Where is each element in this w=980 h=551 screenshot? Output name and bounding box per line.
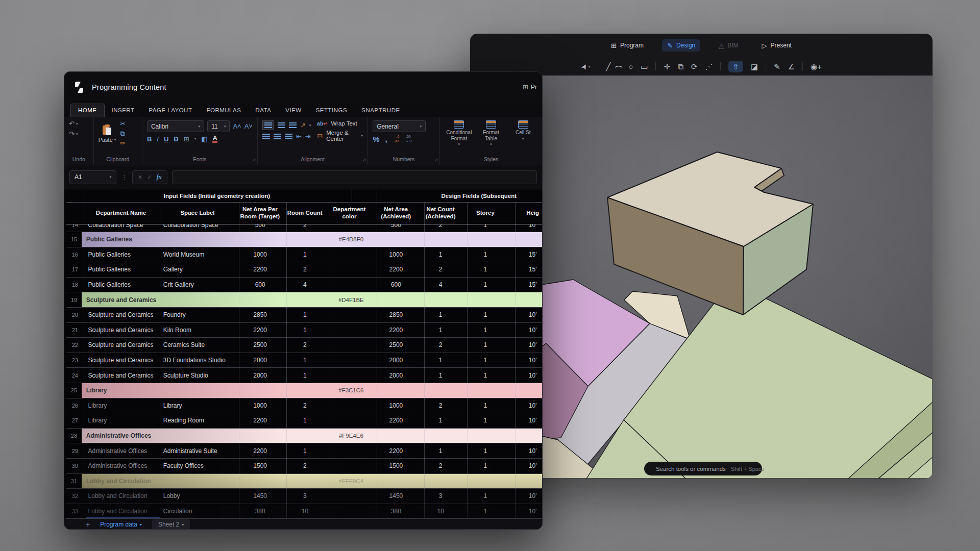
- cell[interactable]: 2: [284, 224, 327, 232]
- bold-button[interactable]: B: [147, 135, 152, 143]
- cell[interactable]: 1450: [373, 489, 420, 504]
- sheet-tab-program-data[interactable]: Program data▾: [100, 521, 142, 528]
- align-top-icon[interactable]: [262, 120, 274, 130]
- cell[interactable]: 1: [462, 323, 509, 338]
- table-row[interactable]: 24Sculpture and CeramicsSculpture Studio…: [66, 368, 543, 383]
- cell[interactable]: 1000: [373, 398, 420, 413]
- cell[interactable]: Ceramics Suite: [159, 338, 237, 353]
- cell[interactable]: 2000: [373, 353, 420, 368]
- circle-tool-icon[interactable]: ○: [628, 63, 633, 70]
- cell[interactable]: Lobby and Circulation: [84, 504, 159, 519]
- dialog-launcher-icon[interactable]: ◿: [435, 158, 437, 162]
- measure-tool-icon[interactable]: ✎: [774, 63, 780, 70]
- cell[interactable]: Circulation: [159, 504, 237, 519]
- italic-button[interactable]: I: [157, 135, 159, 143]
- rectangle-tool-icon[interactable]: ▭: [641, 63, 648, 70]
- camera-add-tool-icon[interactable]: ◉+: [811, 63, 822, 70]
- cell[interactable]: Sculpture and Ceramics: [84, 368, 159, 383]
- column-header-storey[interactable]: Storey: [462, 203, 509, 224]
- strikethrough-button[interactable]: Đ: [174, 135, 178, 143]
- ribbon-tab-home[interactable]: HOME: [70, 104, 105, 117]
- cell[interactable]: [326, 368, 373, 383]
- add-sheet-button[interactable]: +: [86, 520, 90, 529]
- column-header-department-name[interactable]: Department Name: [84, 203, 159, 224]
- cell[interactable]: 600: [237, 278, 284, 292]
- table-group-row[interactable]: 28Administrative Offices#F9E4E6: [66, 429, 543, 444]
- cell[interactable]: 1: [284, 323, 327, 338]
- cell[interactable]: 15': [509, 262, 543, 277]
- row-number[interactable]: 14: [66, 224, 84, 232]
- increase-indent-icon[interactable]: ⇥: [305, 133, 311, 140]
- column-header-heig[interactable]: Heig: [509, 203, 543, 224]
- decrease-indent-icon[interactable]: ⇤: [296, 133, 302, 140]
- command-search-bar[interactable]: Search tools or commands Shift + Space: [644, 462, 762, 475]
- cell[interactable]: 1: [284, 353, 327, 368]
- cell[interactable]: 10': [509, 323, 543, 338]
- cell[interactable]: 10': [509, 398, 543, 413]
- number-format-select[interactable]: General▾: [373, 120, 426, 132]
- move-tool-icon[interactable]: ✛: [664, 63, 670, 70]
- section-tool-icon[interactable]: ◪: [751, 63, 758, 70]
- cell[interactable]: Administrative Offices: [84, 459, 159, 473]
- align-right-icon[interactable]: [285, 134, 292, 139]
- increase-font-icon[interactable]: A˄: [233, 123, 241, 130]
- table-row[interactable]: 23Sculpture and Ceramics3D Foundations S…: [66, 353, 543, 368]
- font-size-select[interactable]: 11▾: [207, 120, 230, 132]
- dialog-launcher-icon[interactable]: ◿: [363, 158, 365, 162]
- underline-button[interactable]: U: [164, 135, 168, 143]
- cell[interactable]: Collaboration Space: [159, 224, 237, 232]
- row-number[interactable]: 23: [66, 353, 84, 368]
- cell[interactable]: 1: [462, 398, 509, 413]
- confirm-entry-icon[interactable]: ✓: [147, 174, 152, 181]
- percent-style-icon[interactable]: %: [373, 135, 379, 143]
- cell[interactable]: 3: [420, 489, 462, 504]
- cell[interactable]: 1: [284, 308, 327, 322]
- cell[interactable]: [326, 504, 373, 519]
- cell[interactable]: 1: [284, 413, 327, 428]
- cell[interactable]: Faculty Offices: [159, 459, 237, 473]
- ribbon-tab-settings[interactable]: SETTINGS: [309, 104, 355, 117]
- ribbon-tab-formulas[interactable]: FORMULAS: [199, 104, 248, 117]
- format-table-button[interactable]: Format Table ▾: [477, 120, 506, 146]
- cell[interactable]: 1: [462, 443, 509, 458]
- align-center-icon[interactable]: [274, 134, 281, 139]
- copy-icon[interactable]: ⧉: [120, 130, 126, 137]
- table-row[interactable]: 33Lobby and CirculationCirculation380103…: [66, 504, 543, 519]
- conditional-format-button[interactable]: Conditional Format ▾: [445, 120, 474, 146]
- extrude-tool-icon[interactable]: ⇧: [728, 61, 743, 72]
- cell[interactable]: 2500: [237, 338, 284, 353]
- cell[interactable]: 1450: [237, 489, 284, 504]
- line-tool-icon[interactable]: ╱: [606, 63, 610, 70]
- table-row[interactable]: 32Lobby and CirculationLobby145031450311…: [66, 489, 543, 504]
- cell[interactable]: 1000: [373, 247, 420, 262]
- table-row[interactable]: 18Public GalleriesCrit Gallery6004600411…: [66, 278, 543, 293]
- cell[interactable]: [326, 413, 373, 428]
- table-group-row[interactable]: 31Lobby and Circulation#FFF9C4: [66, 474, 543, 489]
- cell[interactable]: [326, 489, 373, 504]
- cell[interactable]: [326, 308, 373, 322]
- cell[interactable]: 3D Foundations Studio: [159, 353, 237, 368]
- column-header-net-area-achieved-[interactable]: Net Area (Achieved): [373, 203, 420, 224]
- cell[interactable]: 1: [462, 504, 509, 519]
- tab-bim[interactable]: △BIM: [714, 39, 743, 52]
- text-orientation-icon[interactable]: ↗: [300, 122, 306, 129]
- cell[interactable]: Public Galleries: [84, 278, 159, 292]
- cell[interactable]: 2200: [373, 413, 420, 428]
- cell[interactable]: Lobby and Circulation: [84, 489, 159, 504]
- cell[interactable]: 1: [284, 443, 327, 458]
- cell[interactable]: 1: [462, 353, 509, 368]
- font-color-icon[interactable]: A: [212, 135, 217, 143]
- cell[interactable]: 10: [284, 504, 327, 519]
- comma-style-icon[interactable]: ,: [385, 135, 387, 143]
- cell[interactable]: 1: [420, 308, 462, 322]
- format-painter-icon[interactable]: ✏: [120, 140, 126, 146]
- cell[interactable]: 2: [420, 262, 462, 277]
- tab-program[interactable]: ⊞Program: [606, 39, 649, 52]
- cell[interactable]: 1: [420, 368, 462, 383]
- cell[interactable]: [326, 224, 373, 232]
- cell[interactable]: 500: [237, 224, 284, 232]
- cell[interactable]: 1: [462, 247, 509, 262]
- program-button-partial[interactable]: ⊞ Pr: [523, 83, 543, 91]
- cell[interactable]: 2: [284, 398, 327, 413]
- cell[interactable]: 10': [509, 489, 543, 504]
